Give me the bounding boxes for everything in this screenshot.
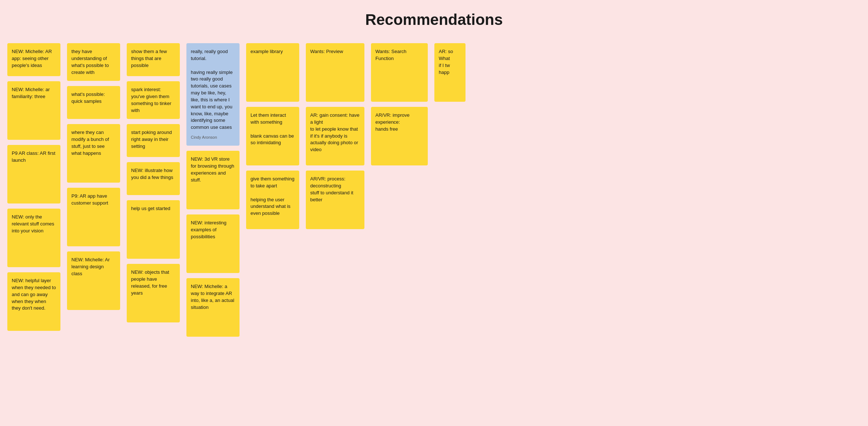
card-text-1-5: NEW: helpful layer when they needed to a… xyxy=(12,278,56,311)
card-text-3-3: start poking around right away in their … xyxy=(131,130,172,149)
card-3-5[interactable]: help us get started xyxy=(127,200,180,259)
column-8: AR: so What if I tw happ xyxy=(434,43,465,102)
column-2: they have understanding of what's possib… xyxy=(67,43,120,310)
card-1-2[interactable]: NEW: Michelle: ar familiarity: three xyxy=(7,81,60,140)
card-2-5[interactable]: NEW: Michelle: Ar learning design class xyxy=(67,251,120,310)
column-5: example libraryLet them interact with so… xyxy=(246,43,299,229)
card-text-5-2: Let them interact with something blank c… xyxy=(251,112,294,145)
card-2-2[interactable]: what's possible: quick samples xyxy=(67,86,120,119)
card-text-2-2: what's possible: quick samples xyxy=(71,91,105,104)
card-6-3[interactable]: AR/VR: process: deconstructing stuff to … xyxy=(306,171,364,229)
card-3-6[interactable]: NEW: objects that people have released, … xyxy=(127,264,180,322)
card-text-6-3: AR/VR: process: deconstructing stuff to … xyxy=(310,176,353,202)
card-1-3[interactable]: P9 AR class: AR first launch xyxy=(7,145,60,203)
card-text-8-1: AR: so What if I tw happ xyxy=(439,49,453,75)
recommendations-board: NEW: Michelle: AR app: seeing other peop… xyxy=(7,43,861,344)
card-1-1[interactable]: NEW: Michelle: AR app: seeing other peop… xyxy=(7,43,60,76)
column-4: really, really good tutorial. having rea… xyxy=(186,43,240,337)
card-1-4[interactable]: NEW: only the relevant stuff comes into … xyxy=(7,209,60,267)
card-text-1-2: NEW: Michelle: ar familiarity: three xyxy=(12,87,50,99)
card-text-1-3: P9 AR class: AR first launch xyxy=(12,150,55,163)
card-text-4-2: NEW: 3d VR store for browsing through ex… xyxy=(191,156,234,183)
card-3-4[interactable]: NEW: illustrate how you did a few things xyxy=(127,162,180,195)
column-3: show them a few things that are possible… xyxy=(127,43,180,322)
card-text-6-1: Wants: Preview xyxy=(310,49,343,54)
card-5-3[interactable]: give them something to take apart helpin… xyxy=(246,171,299,229)
card-4-1[interactable]: really, really good tutorial. having rea… xyxy=(186,43,240,146)
card-text-5-3: give them something to take apart helpin… xyxy=(251,176,294,216)
card-text-3-5: help us get started xyxy=(131,206,170,211)
card-3-2[interactable]: spark interest: you've given them someth… xyxy=(127,81,180,119)
card-text-2-1: they have understanding of what's possib… xyxy=(71,49,109,75)
card-text-5-1: example library xyxy=(251,49,283,54)
card-text-1-1: NEW: Michelle: AR app: seeing other peop… xyxy=(12,49,52,68)
card-text-1-4: NEW: only the relevant stuff comes into … xyxy=(12,214,54,233)
card-7-1[interactable]: Wants: Search Function xyxy=(371,43,428,102)
card-1-5[interactable]: NEW: helpful layer when they needed to a… xyxy=(7,272,60,331)
card-text-4-3: NEW: interesting examples of possibiliti… xyxy=(191,220,226,239)
card-text-3-2: spark interest: you've given them someth… xyxy=(131,87,171,113)
card-8-1[interactable]: AR: so What if I tw happ xyxy=(434,43,465,102)
card-3-3[interactable]: start poking around right away in their … xyxy=(127,124,180,157)
card-text-2-4: P9: AR app have customer support xyxy=(71,193,108,206)
card-4-3[interactable]: NEW: interesting examples of possibiliti… xyxy=(186,214,240,273)
card-5-1[interactable]: example library xyxy=(246,43,299,102)
card-text-4-1: really, really good tutorial. having rea… xyxy=(191,49,233,130)
card-4-4[interactable]: NEW: Michelle: a way to integrate AR int… xyxy=(186,278,240,337)
card-text-2-5: NEW: Michelle: Ar learning design class xyxy=(71,257,110,276)
column-6: Wants: PreviewAR: gain consent: have a l… xyxy=(306,43,364,229)
column-7: Wants: Search FunctionAR/VR: improve exp… xyxy=(371,43,428,165)
card-3-1[interactable]: show them a few things that are possible xyxy=(127,43,180,76)
page-title: Recommendations xyxy=(7,11,861,29)
card-text-3-6: NEW: objects that people have released, … xyxy=(131,269,169,296)
card-2-4[interactable]: P9: AR app have customer support xyxy=(67,188,120,246)
card-2-1[interactable]: they have understanding of what's possib… xyxy=(67,43,120,81)
card-text-7-1: Wants: Search Function xyxy=(375,49,407,61)
card-7-2[interactable]: AR/VR: improve experience: hands free xyxy=(371,107,428,165)
card-text-3-4: NEW: illustrate how you did a few things xyxy=(131,168,173,180)
card-text-4-4: NEW: Michelle: a way to integrate AR int… xyxy=(191,284,234,310)
card-2-3[interactable]: where they can modify a bunch of stuff, … xyxy=(67,124,120,183)
card-6-2[interactable]: AR: gain consent: have a light to let pe… xyxy=(306,107,364,165)
card-author-4-1: Cindy Aronson xyxy=(191,135,235,141)
card-text-3-1: show them a few things that are possible xyxy=(131,49,167,68)
card-6-1[interactable]: Wants: Preview xyxy=(306,43,364,102)
card-text-7-2: AR/VR: improve experience: hands free xyxy=(375,112,409,132)
card-text-6-2: AR: gain consent: have a light to let pe… xyxy=(310,112,359,152)
card-text-2-3: where they can modify a bunch of stuff, … xyxy=(71,130,109,156)
column-1: NEW: Michelle: AR app: seeing other peop… xyxy=(7,43,60,331)
card-5-2[interactable]: Let them interact with something blank c… xyxy=(246,107,299,165)
card-4-2[interactable]: NEW: 3d VR store for browsing through ex… xyxy=(186,151,240,209)
